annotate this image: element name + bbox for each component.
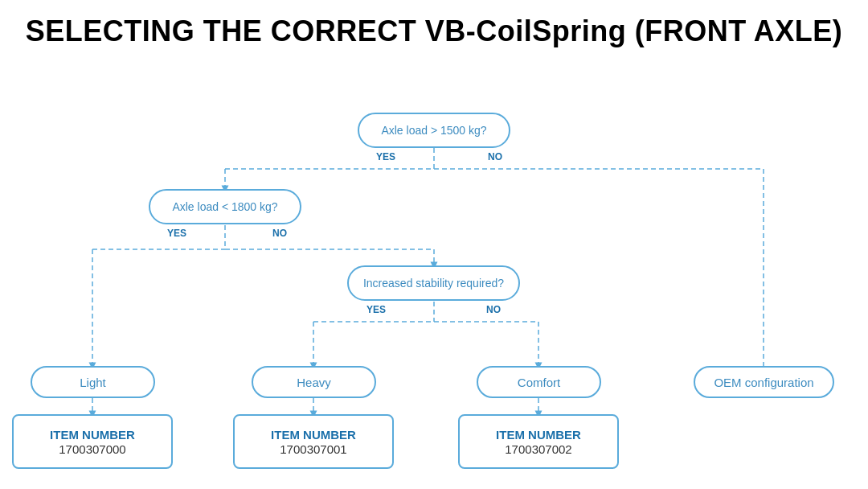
result-light: Light xyxy=(31,366,155,398)
result-heavy: Heavy xyxy=(252,366,376,398)
item-box-2: ITEM NUMBER 1700307002 xyxy=(458,414,619,469)
item-2-label: ITEM NUMBER xyxy=(496,427,581,443)
decision-axle-load-1800: Axle load < 1800 kg? xyxy=(149,189,301,224)
diagram-area: Axle load > 1500 kg? YES NO Axle load < … xyxy=(0,64,868,475)
d1-yes-label: YES xyxy=(376,151,395,162)
d2-yes-label: YES xyxy=(167,228,186,239)
page-title: SELECTING THE CORRECT VB-CoilSpring (FRO… xyxy=(0,0,868,56)
decision-stability: Increased stability required? xyxy=(347,265,520,301)
d3-yes-label: YES xyxy=(366,304,386,315)
item-box-1: ITEM NUMBER 1700307001 xyxy=(233,414,394,469)
d3-no-label: NO xyxy=(486,304,501,315)
result-oem: OEM configuration xyxy=(694,366,834,398)
decision-axle-load-1500: Axle load > 1500 kg? xyxy=(358,113,510,148)
item-0-number: 1700307000 xyxy=(59,442,125,456)
item-1-label: ITEM NUMBER xyxy=(271,427,356,443)
result-comfort: Comfort xyxy=(477,366,601,398)
item-1-number: 1700307001 xyxy=(280,442,346,456)
item-box-0: ITEM NUMBER 1700307000 xyxy=(12,414,173,469)
d1-no-label: NO xyxy=(488,151,502,162)
d2-no-label: NO xyxy=(272,228,287,239)
item-2-number: 1700307002 xyxy=(505,442,571,456)
item-0-label: ITEM NUMBER xyxy=(50,427,135,443)
